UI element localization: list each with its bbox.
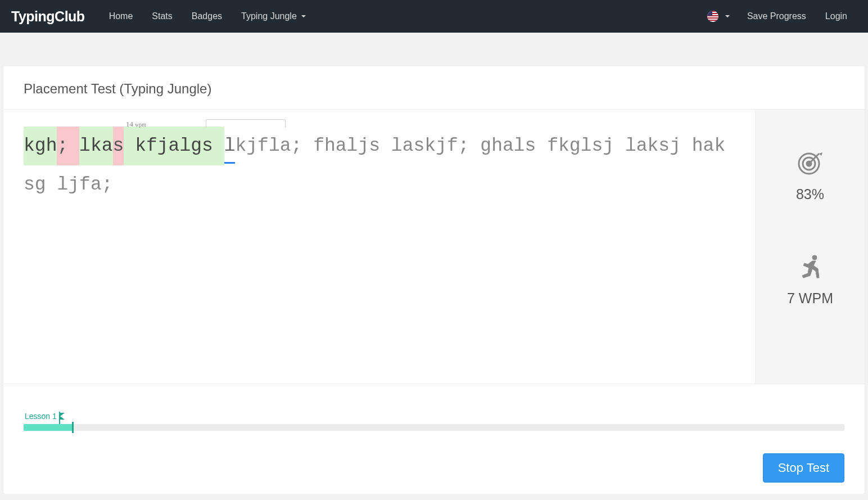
svg-rect-2 (707, 11, 718, 12)
char: h (46, 127, 57, 165)
char: s (658, 127, 670, 165)
main-card: Placement Test (Typing Jungle) 14 wpm kg… (3, 66, 865, 494)
char: j (358, 127, 369, 165)
char: s (369, 127, 380, 165)
navbar: TypingClub Home Stats Badges Typing Jung… (0, 0, 868, 33)
char (213, 127, 224, 165)
char (68, 127, 79, 165)
char: l (625, 127, 636, 165)
nav-badges[interactable]: Badges (182, 1, 232, 31)
char: j (436, 127, 447, 165)
flag-icon (60, 413, 65, 420)
nav-stats[interactable]: Stats (142, 1, 182, 31)
char: g (480, 127, 491, 165)
chevron-down-icon (301, 15, 306, 17)
char: s (525, 127, 536, 165)
stats-sidebar: 83% 7 WPM (755, 110, 865, 384)
char: a (703, 127, 715, 165)
char: l (57, 165, 68, 204)
nav-typing-jungle-label: Typing Jungle (241, 11, 297, 21)
char: a (336, 127, 347, 165)
wpm-indicator: 14 wpm (126, 116, 146, 132)
char: j (157, 127, 169, 165)
nav-login[interactable]: Login (816, 1, 857, 31)
progress-bar[interactable] (24, 424, 844, 431)
char: s (413, 127, 424, 165)
char (681, 127, 692, 165)
progress-section: Lesson 1 (3, 384, 865, 436)
char: k (235, 127, 246, 165)
char: k (424, 127, 436, 165)
char: a (102, 127, 113, 165)
char: l (79, 127, 91, 165)
char (124, 127, 135, 165)
char: f (146, 127, 157, 165)
char: a (403, 127, 414, 165)
runner-icon (797, 253, 824, 282)
char: k (558, 127, 569, 165)
progress-lesson-text: Lesson 1 (25, 412, 57, 421)
char: k (648, 127, 659, 165)
char: l (347, 127, 358, 165)
language-selector[interactable] (699, 1, 738, 32)
nav-home[interactable]: Home (100, 1, 143, 31)
us-flag-icon (707, 11, 718, 22)
char: s (591, 127, 603, 165)
nav-right: Save Progress Login (699, 1, 857, 32)
wpm-label: wpm (135, 119, 146, 130)
progress-label: Lesson 1 (25, 412, 65, 421)
svg-rect-5 (707, 17, 718, 19)
char: ; (57, 127, 68, 165)
stop-test-button[interactable]: Stop Test (763, 453, 844, 483)
char: h (324, 127, 336, 165)
char: g (35, 165, 46, 204)
char (469, 127, 481, 165)
target-icon (797, 149, 824, 178)
nav-save-progress[interactable]: Save Progress (738, 1, 816, 31)
char: l (179, 127, 191, 165)
char (302, 127, 313, 165)
speed-value: 7 WPM (787, 290, 833, 307)
char: k (135, 127, 146, 165)
speed-stat: 7 WPM (787, 253, 833, 307)
char (46, 165, 57, 204)
char: h (491, 127, 503, 165)
char: s (202, 127, 213, 165)
nav-links: Home Stats Badges Typing Jungle (100, 1, 315, 31)
char: k (714, 127, 725, 165)
char: h (692, 127, 703, 165)
char: g (35, 127, 46, 165)
svg-point-12 (812, 255, 817, 260)
char: s (24, 165, 35, 204)
card-body: 14 wpm kgh; lkas kfjalgs lkjfla; fhaljs … (3, 109, 865, 384)
chevron-down-icon (725, 15, 730, 17)
char: k (91, 127, 102, 165)
footer-actions: Stop Test (3, 436, 865, 494)
char: l (581, 127, 592, 165)
svg-rect-7 (707, 11, 712, 16)
accuracy-value: 83% (796, 186, 824, 202)
char: s (113, 127, 124, 165)
char: f (313, 127, 324, 165)
brand-logo[interactable]: TypingClub (11, 8, 85, 25)
char (536, 127, 547, 165)
char: ; (102, 165, 113, 204)
char: j (670, 127, 681, 165)
char: k (24, 127, 35, 165)
char: a (91, 165, 102, 204)
svg-rect-6 (707, 20, 718, 21)
char: l (514, 127, 525, 165)
char: f (447, 127, 458, 165)
char: g (191, 127, 202, 165)
char: g (569, 127, 581, 165)
char: l (391, 127, 403, 165)
char (380, 127, 391, 165)
char: a (280, 127, 291, 165)
char: a (636, 127, 648, 165)
nav-typing-jungle-dropdown[interactable]: Typing Jungle (232, 1, 315, 31)
typing-area[interactable]: 14 wpm kgh; lkas kfjalgs lkjfla; fhaljs … (3, 110, 755, 384)
char: ; (458, 127, 469, 165)
typing-text: kgh; lkas kfjalgs lkjfla; fhaljs laskjf;… (24, 127, 735, 205)
char: a (169, 127, 180, 165)
char: ; (291, 127, 302, 165)
